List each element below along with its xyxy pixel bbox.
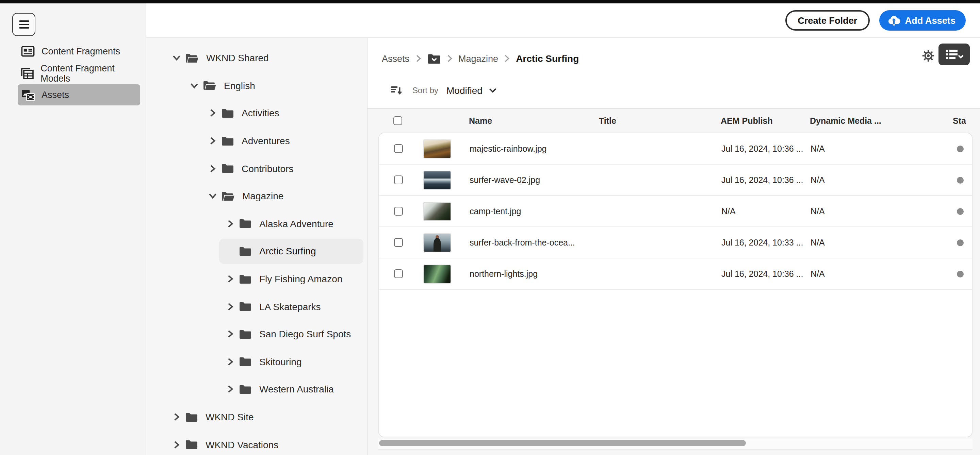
row-checkbox[interactable]	[394, 270, 403, 278]
chevron-right-icon[interactable]	[226, 385, 234, 393]
list-view-dropdown-icon	[944, 48, 964, 61]
tree-item-arctic-surfing[interactable]: Arctic Surfing	[146, 237, 367, 265]
table-header: NameTitleAEM PublishDynamic Media ...Sta	[368, 109, 980, 133]
tree-item-skitouring[interactable]: Skitouring	[146, 348, 367, 376]
folder-icon	[239, 329, 252, 339]
chevron-right-icon[interactable]	[208, 164, 216, 173]
row-checkbox[interactable]	[394, 238, 403, 247]
asset-name[interactable]: surfer-back-from-the-ocea...	[469, 238, 575, 247]
tree-item-label: Adventures	[242, 135, 290, 146]
tree-item-western-australia[interactable]: Western Australia	[146, 376, 367, 403]
row-checkbox[interactable]	[394, 144, 403, 153]
aem-publish-date: N/A	[721, 206, 736, 216]
chevron-right-icon[interactable]	[208, 109, 216, 117]
sort-value-dropdown[interactable]: Modified	[447, 85, 482, 96]
create-folder-button[interactable]: Create Folder	[785, 10, 869, 31]
tree-item-alaska-adventure[interactable]: Alaska Adventure	[146, 210, 367, 237]
left-rail: Content FragmentsContent Fragment Models…	[0, 3, 146, 455]
add-assets-button[interactable]: Add Assets	[879, 10, 966, 31]
tree-item-english[interactable]: English	[146, 72, 367, 99]
dynamic-media-value: N/A	[811, 238, 825, 247]
asset-name[interactable]: camp-tent.jpg	[469, 206, 521, 216]
rail-item-content-fragment-models[interactable]: Content Fragment Models	[18, 63, 140, 84]
breadcrumb-assets[interactable]: Assets	[382, 53, 409, 63]
rail-item-assets[interactable]: Assets	[18, 84, 140, 105]
column-header-sta[interactable]: Sta	[953, 116, 966, 126]
tree-item-label: English	[224, 80, 255, 91]
tree-item-fly-fishing-amazon[interactable]: Fly Fishing Amazon	[146, 265, 367, 293]
tree-item-wknd-site[interactable]: WKND Site	[146, 403, 367, 431]
tree-item-label: Skitouring	[259, 357, 302, 367]
settings-button[interactable]	[921, 48, 936, 63]
column-header-dynamic-media[interactable]: Dynamic Media ...	[810, 116, 881, 126]
row-checkbox[interactable]	[394, 207, 403, 216]
tree-item-activities[interactable]: Activities	[146, 99, 367, 127]
chevron-down-icon[interactable]	[208, 192, 216, 200]
chevron-right-icon[interactable]	[226, 330, 234, 338]
rail-item-label: Content Fragment Models	[40, 63, 140, 83]
folder-icon	[239, 301, 252, 311]
column-header-title[interactable]: Title	[599, 116, 616, 126]
chevron-down-icon[interactable]	[172, 54, 180, 62]
chevron-down-icon[interactable]	[190, 82, 198, 90]
tree-item-wknd-shared[interactable]: WKND Shared	[146, 44, 367, 72]
add-assets-label: Add Assets	[905, 15, 956, 25]
chevron-right-icon[interactable]	[226, 358, 234, 366]
folder-icon	[185, 412, 198, 422]
table-row[interactable]: camp-tent.jpgN/AN/A	[379, 196, 972, 227]
tree-item-label: Fly Fishing Amazon	[259, 273, 342, 284]
table-row[interactable]: surfer-wave-02.jpgJul 16, 2024, 10:36 ..…	[379, 165, 972, 196]
sort-icon[interactable]	[391, 86, 402, 95]
asset-name[interactable]: surfer-wave-02.jpg	[469, 175, 540, 185]
view-selector-button[interactable]	[939, 44, 970, 65]
tree-item-adventures[interactable]: Adventures	[146, 127, 367, 155]
header-action-bar: Create Folder Add Assets	[146, 3, 980, 38]
asset-name[interactable]: majestic-rainbow.jpg	[469, 144, 547, 153]
asset-name[interactable]: northern-lights.jpg	[469, 269, 538, 279]
asset-thumbnail-surfer-back	[423, 233, 451, 252]
breadcrumb-separator-icon	[415, 54, 421, 63]
status-indicator	[957, 208, 964, 215]
rail-navigation: Content FragmentsContent Fragment Models…	[0, 40, 146, 106]
status-indicator	[957, 176, 964, 183]
sort-bar: Sort by Modified	[391, 78, 497, 103]
folder-icon	[221, 136, 234, 146]
table-row[interactable]: northern-lights.jpgJul 16, 2024, 10:36 .…	[379, 258, 972, 290]
tree-item-contributors[interactable]: Contributors	[146, 155, 367, 182]
chevron-right-icon[interactable]	[172, 413, 180, 421]
folder-dropdown-icon[interactable]	[427, 53, 441, 64]
chevron-down-icon[interactable]	[488, 88, 497, 93]
horizontal-scrollbar[interactable]	[379, 439, 972, 450]
table-row[interactable]: surfer-back-from-the-ocea...Jul 16, 2024…	[379, 227, 972, 258]
folder-icon	[239, 219, 252, 229]
tree-item-magazine[interactable]: Magazine	[146, 182, 367, 210]
dynamic-media-value: N/A	[811, 144, 825, 153]
chevron-right-icon[interactable]	[226, 302, 234, 311]
breadcrumb-magazine[interactable]: Magazine	[458, 53, 498, 63]
chevron-right-icon[interactable]	[208, 137, 216, 145]
folder-icon	[239, 384, 252, 395]
select-all-checkbox[interactable]	[393, 116, 402, 125]
chevron-right-icon[interactable]	[226, 220, 234, 228]
tree-item-san-diego-surf-spots[interactable]: San Diego Surf Spots	[146, 320, 367, 348]
tree-item-label: Arctic Surfing	[259, 246, 316, 257]
chevron-right-icon[interactable]	[226, 275, 234, 283]
row-checkbox[interactable]	[394, 176, 403, 184]
tree-item-label: Contributors	[242, 163, 294, 174]
window-top-bar	[0, 0, 980, 3]
rail-item-content-fragments[interactable]: Content Fragments	[18, 41, 140, 62]
hamburger-menu-button[interactable]	[12, 13, 35, 36]
aem-assets-app: Content FragmentsContent Fragment Models…	[0, 0, 980, 455]
column-header-aem-publish[interactable]: AEM Publish	[721, 116, 773, 126]
tree-item-la-skateparks[interactable]: LA Skateparks	[146, 293, 367, 320]
asset-thumbnail-mountain-rainbow	[423, 139, 451, 158]
aem-publish-date: Jul 16, 2024, 10:36 ...	[721, 269, 803, 279]
tree-item-wknd-vacations[interactable]: WKND Vacations	[146, 431, 367, 455]
folder-open-icon	[185, 53, 199, 63]
table-row[interactable]: majestic-rainbow.jpgJul 16, 2024, 10:36 …	[379, 133, 972, 165]
hamburger-icon	[19, 21, 29, 22]
horizontal-scrollbar-thumb[interactable]	[379, 440, 746, 446]
rail-item-label: Content Fragments	[41, 46, 120, 57]
chevron-right-icon[interactable]	[172, 441, 180, 449]
column-header-name[interactable]: Name	[469, 116, 492, 126]
